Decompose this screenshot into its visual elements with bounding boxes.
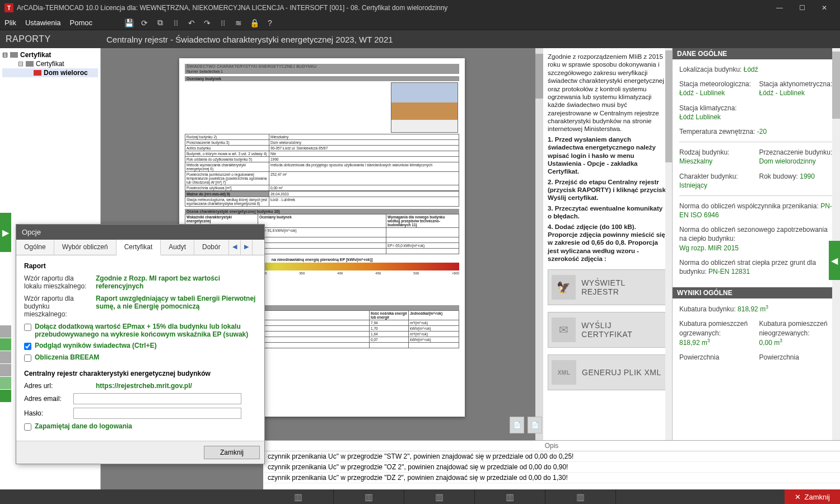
doc-sec-oceniany: Oceniany budynek — [185, 76, 459, 81]
edge-tab-1[interactable] — [0, 325, 11, 338]
value-kubatura: 818,92 m3 — [738, 305, 768, 313]
edge-tab-4[interactable] — [0, 364, 11, 376]
options-dialog: Opcje Ogólne Wybór obliczeń Certyfikat A… — [16, 224, 265, 464]
chk-remember-label: Zapamiętaj dane do logowania — [35, 422, 132, 430]
val-wzor-budynek[interactable]: Raport uwzględniający w tabeli Energii P… — [96, 295, 256, 310]
tree-root[interactable]: ⊟ Certyfikat — [2, 50, 98, 59]
doc-export-2[interactable]: 📄 — [528, 417, 542, 433]
right-edge-arrow[interactable]: ◀ — [829, 241, 840, 280]
value-rodzaj: Mieszkalny — [679, 157, 712, 165]
edge-tab-3[interactable] — [0, 351, 11, 363]
tab-wybor[interactable]: Wybór obliczeń — [54, 240, 116, 255]
menu-plik[interactable]: Plik — [4, 18, 16, 27]
generate-xml-button[interactable]: XML GENERUJ PLIK XML — [548, 354, 668, 390]
instr-vscrollbar[interactable] — [665, 48, 672, 489]
tree-leaf-selected[interactable]: Dom wieloroc — [2, 68, 98, 77]
status-seg-2[interactable]: ▥ — [334, 489, 404, 504]
redo-icon[interactable]: ↷ — [202, 18, 212, 28]
undo-icon[interactable]: ↶ — [186, 18, 197, 28]
tab-ogolne[interactable]: Ogólne — [16, 240, 54, 255]
chk-podglad[interactable] — [24, 343, 31, 350]
show-registry-button[interactable]: 🦅 WYŚWIETL REJESTR — [548, 269, 668, 305]
maximize-button[interactable]: ☐ — [791, 0, 813, 16]
lock-icon[interactable]: 🔒 — [249, 18, 259, 28]
edge-tab-2[interactable] — [0, 338, 11, 351]
chk-epmax-label: Dołącz dodatkową wartość EPmax + 15% dla… — [35, 323, 256, 338]
rpanel-head-general: DANE OGÓLNE — [673, 48, 840, 59]
val-wzor-lokal[interactable]: Zgodnie z Rozp. MI raport bez wartości r… — [96, 274, 256, 290]
central-registry-heading: Centralny rejestr charakterystyki energe… — [24, 370, 256, 377]
tab-audyt[interactable]: Audyt — [161, 240, 194, 255]
layers-icon[interactable]: ≋ — [234, 18, 244, 28]
doc-table-building: Rodzaj budynku 2)Mieszkalny Przeznaczeni… — [185, 134, 459, 191]
message-row-1[interactable]: czynnik przenikania Uc" w przegrodzie "S… — [263, 451, 840, 462]
status-bar: ▥ ▥ ▥ ▥ ▥ ✕Zamknij — [0, 489, 840, 504]
val-url[interactable]: https://rejestrcheb.mrit.gov.pl/ — [96, 382, 192, 390]
envelope-icon: ✉ — [552, 318, 576, 342]
help-icon[interactable]: ? — [265, 18, 275, 28]
save-icon[interactable]: 💾 — [124, 18, 134, 28]
tab-certyfikat[interactable]: Certyfikat — [116, 240, 161, 255]
status-seg-1[interactable]: ▥ — [263, 489, 334, 504]
lbl-haslo: Hasło: — [24, 409, 69, 417]
value-klim: Łódź Lublinek — [679, 113, 721, 121]
messages-header: Opis — [263, 441, 840, 451]
status-close-button[interactable]: ✕Zamknij — [785, 489, 840, 504]
value-location: Łódź — [744, 66, 758, 73]
chk-podglad-label: Podgląd wyników świadectwa (Ctrl+E) — [35, 342, 157, 349]
handle-icon-2[interactable]: ⁝⁝ — [218, 18, 228, 28]
close-button[interactable]: ✕ — [813, 0, 836, 16]
chk-breeam-label: Obliczenia BREEAM — [35, 353, 99, 361]
raport-heading: Raport — [24, 262, 256, 270]
chk-epmax[interactable] — [24, 324, 31, 331]
tree-leaf-label: Dom wieloroc — [44, 69, 88, 77]
input-haslo[interactable] — [73, 408, 241, 419]
tree-collapse-icon[interactable]: ⊟ — [18, 60, 24, 68]
tab-scroll-left[interactable]: ◀ — [229, 240, 241, 255]
copy-icon[interactable]: ⧉ — [155, 18, 165, 28]
edge-tab-6[interactable] — [0, 390, 11, 402]
reports-title: Centralny rejestr - Świadectwo charakter… — [101, 35, 393, 44]
edge-expand-arrow[interactable]: ▶ — [0, 213, 11, 252]
app-icon: T — [4, 3, 13, 12]
options-tabs: Ogólne Wybór obliczeń Certyfikat Audyt D… — [16, 240, 264, 255]
doc-sub: Numer świadectwa 1 — [185, 69, 459, 74]
status-seg-4[interactable]: ▥ — [475, 489, 545, 504]
instr-p2: 1. Przed wysłaniem danych świadectwa ene… — [548, 136, 668, 176]
options-dialog-title: Opcje — [16, 225, 264, 240]
handle-icon[interactable]: ⁝⁝ — [171, 18, 181, 28]
doc-sec-ocena: Ocena charakterystyki energetycznej budy… — [185, 209, 459, 214]
tree-collapse-icon[interactable]: ⊟ — [2, 51, 8, 59]
status-seg-5[interactable]: ▥ — [545, 489, 616, 504]
refresh-icon[interactable]: ⟳ — [139, 18, 150, 28]
input-email[interactable] — [73, 393, 241, 404]
menu-bar: Plik Ustawienia Pomoc 💾 ⟳ ⧉ ⁝⁝ ↶ ↷ ⁝⁝ ≋ … — [0, 16, 840, 30]
message-row-3[interactable]: czynnik przenikania Uc" w przegrodzie "D… — [263, 473, 840, 483]
doc-export-1[interactable]: 📄 — [510, 417, 524, 433]
rpanel-head-results: WYNIKI OGÓLNE — [673, 287, 840, 298]
status-seg-3[interactable]: ▥ — [404, 489, 475, 504]
send-certificate-button[interactable]: ✉ WYŚLIJ CERTYFIKAT — [548, 312, 668, 348]
menu-pomoc[interactable]: Pomoc — [70, 18, 92, 27]
chk-breeam[interactable] — [24, 354, 31, 362]
modal-close-button[interactable]: Zamknij — [204, 446, 260, 459]
value-kub-ogrz: 818,92 m3 — [679, 339, 710, 347]
doc-title: ŚWIADECTWO CHARAKTERYSTYKI ENERGETYCZNEJ… — [185, 64, 459, 69]
edge-tab-5[interactable] — [0, 377, 11, 389]
chk-remember[interactable] — [24, 423, 31, 431]
value-rok: 1990 — [800, 172, 815, 180]
tree-child-1[interactable]: ⊟ Certyfikat — [2, 59, 98, 68]
value-temp: -20 — [757, 128, 767, 136]
menu-ustawienia[interactable]: Ustawienia — [25, 18, 61, 27]
tree-root-label: Certyfikat — [20, 51, 51, 59]
tab-dobor[interactable]: Dobór — [194, 240, 229, 255]
folder-icon — [26, 61, 34, 67]
value-norm2: Wg rozp. MIiR 2015 — [679, 244, 739, 252]
minimize-button[interactable]: — — [768, 0, 791, 16]
tab-scroll-right[interactable]: ▶ — [241, 240, 253, 255]
doc-export-icons: 📄 📄 📄 — [510, 417, 543, 433]
message-row-2[interactable]: czynnik przenikania Uc" w przegrodzie "O… — [263, 462, 840, 473]
instr-p1: Zgodnie z rozporządzeniem MIiB z 2015 ro… — [548, 53, 668, 133]
value-meteo: Łódź - Lublinek — [679, 89, 725, 97]
folder-icon — [10, 52, 18, 58]
